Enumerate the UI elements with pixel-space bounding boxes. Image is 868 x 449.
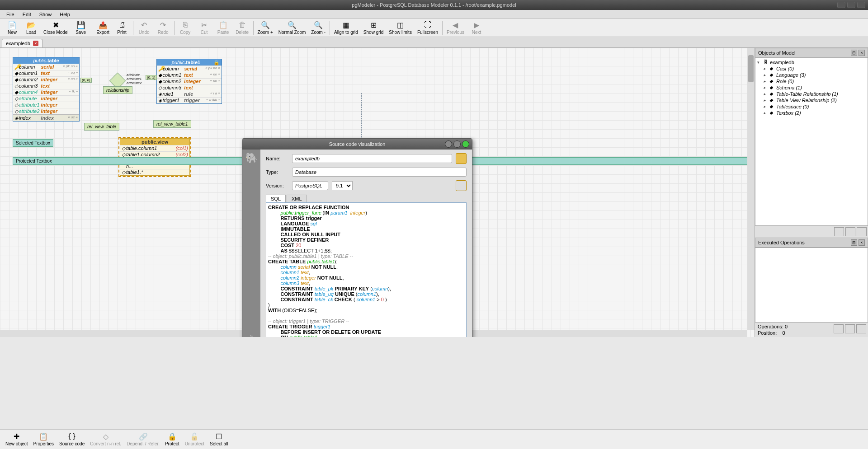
bottombar-properties[interactable]: 📋Properties	[30, 431, 57, 447]
tree-item[interactable]: ▸◆Textbox (2)	[756, 110, 867, 116]
toolbar-export[interactable]: 📤Export	[94, 20, 113, 36]
table-column-row: ◆column2integer« nn »	[157, 78, 222, 84]
table-column-row: ◇attribute2integer	[13, 108, 79, 114]
menu-show[interactable]: Show	[36, 11, 56, 18]
save-icon: 💾	[77, 21, 85, 29]
view-column-row: ◇table1.column2(col2)	[120, 151, 189, 158]
table-body: 🔑columnserial« pk nn »◆column1text« nn »…	[157, 65, 222, 103]
table-extra-row: ◈rule1rule« i a »	[157, 91, 222, 97]
toolbar-print[interactable]: 🖨Print	[113, 20, 132, 36]
print-icon: 🖨	[118, 21, 126, 29]
toolbar-zoom-[interactable]: 🔍Zoom -	[308, 20, 328, 36]
bottombar-unprotect: 🔓Unprotect	[182, 431, 207, 447]
tab-xml[interactable]: XML	[287, 195, 307, 202]
table-column-row: 🔑columnserial« pk nn »	[13, 64, 79, 70]
doctab-exampledb[interactable]: exampledb ×	[2, 39, 42, 47]
tree-item[interactable]: ▸◆Table-View Relationship (2)	[756, 97, 867, 103]
depend-refer--icon: 🔗	[139, 432, 147, 440]
document-tabs: exampledb ×	[0, 37, 868, 48]
undo-op-button[interactable]	[834, 324, 844, 333]
panel-tree-icon[interactable]: ⊟	[851, 50, 857, 56]
toolbar-load[interactable]: 📂Load	[22, 20, 41, 36]
position-label: Position:	[758, 330, 777, 336]
canvas-wrap: public.table 🔑columnserial« pk nn »◆colu…	[0, 48, 755, 337]
clear-ops-button[interactable]	[856, 324, 866, 333]
doctab-label: exampledb	[6, 41, 30, 46]
close-button[interactable]	[857, 2, 865, 8]
executed-ops-list[interactable]	[755, 248, 868, 323]
dialog-window-controls	[445, 140, 469, 148]
rel-view-table-label[interactable]: rel_view_table	[84, 123, 119, 131]
database-icon	[456, 153, 467, 164]
table-title: public.table	[13, 57, 79, 64]
sql-export-icon[interactable]	[456, 180, 467, 191]
sql-code-area[interactable]: CREATE OR REPLACE FUNCTION public.trigge…	[266, 202, 467, 337]
tab-sql[interactable]: SQL	[266, 195, 286, 202]
expand-button[interactable]	[857, 227, 867, 236]
vertical-scrollbar[interactable]	[747, 48, 755, 330]
toolbar-cut: ✂Cut	[195, 20, 214, 36]
maximize-button[interactable]	[847, 2, 855, 8]
tree-item[interactable]: ▸◆Cast (0)	[756, 65, 867, 72]
menubar: File Edit Show Help	[0, 10, 868, 19]
bottombar-new-object[interactable]: ✚New object	[3, 431, 30, 447]
close-icon[interactable]: ×	[33, 41, 38, 46]
selected-textbox[interactable]: Selected Textbox	[13, 139, 53, 147]
version-field: PostgreSQL	[292, 181, 328, 190]
tree-view-button[interactable]	[834, 227, 844, 236]
toolbar-show-grid[interactable]: ⊞Show grid	[361, 20, 386, 36]
list-view-button[interactable]	[845, 227, 855, 236]
toolbar-zoom-[interactable]: 🔍Zoom +	[255, 20, 276, 36]
new-object-icon: ✚	[13, 432, 21, 440]
table-public-table1[interactable]: public.table1 🔒 🔑columnserial« pk nn »◆c…	[156, 59, 222, 104]
tree-item[interactable]: ▸◆Schema (1)	[756, 84, 867, 91]
toolbar-copy: ⎘Copy	[176, 20, 195, 36]
panel-tree-icon[interactable]: ⊟	[851, 239, 857, 246]
objects-tree[interactable]: ▾🗄exampledb ▸◆Cast (0)▸◆Language (3)▸◆Ro…	[755, 58, 868, 226]
dialog-minimize-button[interactable]	[445, 140, 452, 148]
tree-item[interactable]: ▸◆Table-Table Relationship (1)	[756, 91, 867, 97]
menu-help[interactable]: Help	[56, 11, 74, 18]
tree-item[interactable]: ▸◆Language (3)	[756, 72, 867, 78]
bottombar-select-all[interactable]: ☐Select all	[207, 431, 231, 447]
cardinality-0n: (0, n)	[80, 78, 92, 83]
redo-op-button[interactable]	[845, 324, 855, 333]
toolbar-fullscreen[interactable]: ⛶Fullscreen	[415, 20, 441, 36]
toolbar-normal-zoom[interactable]: 🔍Normal Zoom	[276, 20, 309, 36]
bottombar-source-code[interactable]: { }Source code	[57, 431, 87, 447]
window-controls	[837, 2, 865, 8]
minimize-button[interactable]	[837, 2, 845, 8]
tree-root[interactable]: ▾🗄exampledb	[756, 59, 867, 65]
show-grid-icon: ⊞	[369, 21, 377, 29]
menu-file[interactable]: File	[3, 11, 18, 18]
relationship-label[interactable]: relationship	[103, 86, 132, 94]
toolbar-new[interactable]: 📄New	[3, 20, 22, 36]
toolbar-redo: ↷Redo	[154, 20, 173, 36]
table-body: 🔑columnserial« pk nn »◆column1text« uq »…	[13, 64, 79, 121]
relationship-diamond[interactable]	[112, 75, 123, 87]
table-extra-row: ◈trigger1trigger« b idu »	[157, 97, 222, 103]
menu-edit[interactable]: Edit	[19, 11, 35, 18]
undo-icon: ↶	[140, 21, 148, 29]
tree-item[interactable]: ▸◆Tablespace (0)	[756, 103, 867, 110]
source-code-dialog[interactable]: Source code visualization 🐘 pgModeler Na…	[242, 138, 472, 337]
rel-view-table1-label[interactable]: rel_view_table1	[153, 120, 191, 128]
bottombar-protect[interactable]: 🔒Protect	[162, 431, 182, 447]
normal-zoom-icon: 🔍	[288, 21, 296, 29]
paste-icon: 📋	[219, 21, 227, 29]
toolbar-close-model[interactable]: ✖Close Model	[41, 20, 71, 36]
toolbar-save[interactable]: 💾Save	[71, 20, 90, 36]
dialog-titlebar[interactable]: Source code visualization	[242, 139, 472, 150]
name-label: Name:	[266, 156, 288, 161]
version-select[interactable]: 9.1	[332, 181, 353, 190]
panel-close-icon[interactable]: ×	[859, 50, 865, 56]
toolbar-align-to-grid[interactable]: ▦Align to grid	[331, 20, 361, 36]
dialog-maximize-button[interactable]	[453, 140, 461, 148]
dialog-close-button[interactable]	[462, 140, 469, 148]
view-column-row: ◇table.column1(col1)	[120, 145, 189, 151]
toolbar: 📄New📂Load✖Close Model💾Save📤Export🖨Print↶…	[0, 19, 868, 37]
tree-item[interactable]: ▸◆Role (0)	[756, 78, 867, 84]
table-public-table[interactable]: public.table 🔑columnserial« pk nn »◆colu…	[13, 57, 80, 122]
toolbar-show-limits[interactable]: ◫Show limits	[386, 20, 415, 36]
panel-close-icon[interactable]: ×	[859, 239, 865, 246]
